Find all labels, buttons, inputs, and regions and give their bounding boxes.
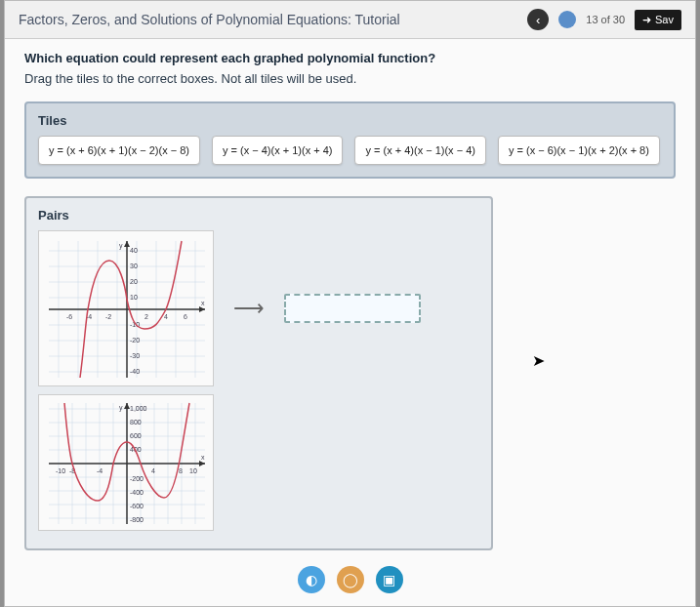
svg-text:10: 10 [130, 294, 138, 301]
save-button[interactable]: ➜ Sav [635, 10, 681, 30]
svg-text:-400: -400 [130, 489, 144, 496]
tiles-label: Tiles [38, 113, 662, 128]
page-counter: 13 of 30 [586, 14, 625, 25]
page-title: Factors, Zeros, and Solutions of Polynom… [19, 12, 527, 27]
svg-marker-18 [199, 306, 205, 312]
svg-text:-800: -800 [130, 516, 144, 523]
svg-text:-40: -40 [130, 368, 140, 375]
arrow-icon: ⟶ [233, 296, 265, 321]
svg-text:1,000: 1,000 [130, 405, 147, 412]
status-dot [558, 11, 576, 28]
pairs-panel: Pairs 40302010 -10- [24, 196, 493, 550]
svg-text:600: 600 [130, 432, 142, 439]
svg-text:8: 8 [179, 467, 183, 474]
topbar: Factors, Zeros, and Solutions of Polynom… [5, 1, 695, 39]
graph-cubic: 40302010 -10-20-30-40 -6-4-2246 yx [38, 230, 214, 386]
svg-text:x: x [201, 300, 205, 306]
tile-option[interactable]: y = (x + 6)(x + 1)(x − 2)(x − 8) [38, 136, 200, 165]
tile-option[interactable]: y = (x + 4)(x − 1)(x − 4) [354, 136, 485, 165]
taskbar: ◐ ◯ ▣ [5, 562, 695, 597]
svg-text:20: 20 [130, 278, 138, 285]
svg-text:6: 6 [184, 313, 187, 320]
svg-text:-30: -30 [130, 352, 140, 359]
taskbar-browser-icon[interactable]: ◐ [298, 566, 325, 593]
svg-text:x: x [201, 454, 205, 461]
question-text: Which equation could represent each grap… [24, 51, 676, 65]
pairs-label: Pairs [38, 208, 479, 223]
save-icon: ➜ [642, 14, 651, 26]
svg-text:30: 30 [130, 263, 138, 269]
tile-option[interactable]: y = (x − 4)(x + 1)(x + 4) [212, 136, 343, 165]
svg-text:40: 40 [130, 247, 138, 254]
svg-text:-6: -6 [66, 313, 72, 320]
tile-option[interactable]: y = (x − 6)(x − 1)(x + 2)(x + 8) [498, 136, 660, 165]
svg-marker-58 [199, 461, 205, 466]
svg-text:-200: -200 [130, 475, 144, 482]
svg-text:-20: -20 [130, 337, 140, 344]
svg-text:4: 4 [164, 313, 168, 320]
svg-text:-2: -2 [105, 313, 111, 320]
tiles-panel: Tiles y = (x + 6)(x + 1)(x − 2)(x − 8) y… [24, 101, 676, 179]
pair-row: 40302010 -10-20-30-40 -6-4-2246 yx ⟶ [38, 230, 479, 386]
drop-zone[interactable] [284, 294, 421, 323]
graph-quartic: 1,000800600400 -200-400-600-800 -10-8-44… [38, 394, 214, 531]
svg-text:2: 2 [144, 313, 148, 320]
instruction-text: Drag the tiles to the correct boxes. Not… [24, 71, 676, 86]
svg-text:4: 4 [151, 467, 155, 474]
svg-text:10: 10 [189, 467, 197, 474]
nav-prev-button[interactable]: ‹ [527, 9, 549, 30]
svg-text:y: y [119, 242, 123, 250]
pair-row: 1,000800600400 -200-400-600-800 -10-8-44… [38, 394, 479, 531]
svg-text:-10: -10 [56, 467, 65, 474]
svg-text:-4: -4 [97, 467, 103, 474]
svg-text:y: y [119, 404, 123, 412]
taskbar-video-icon[interactable]: ▣ [376, 566, 403, 593]
svg-text:-600: -600 [130, 503, 144, 509]
taskbar-chat-icon[interactable]: ◯ [337, 566, 364, 593]
svg-text:800: 800 [130, 419, 142, 425]
